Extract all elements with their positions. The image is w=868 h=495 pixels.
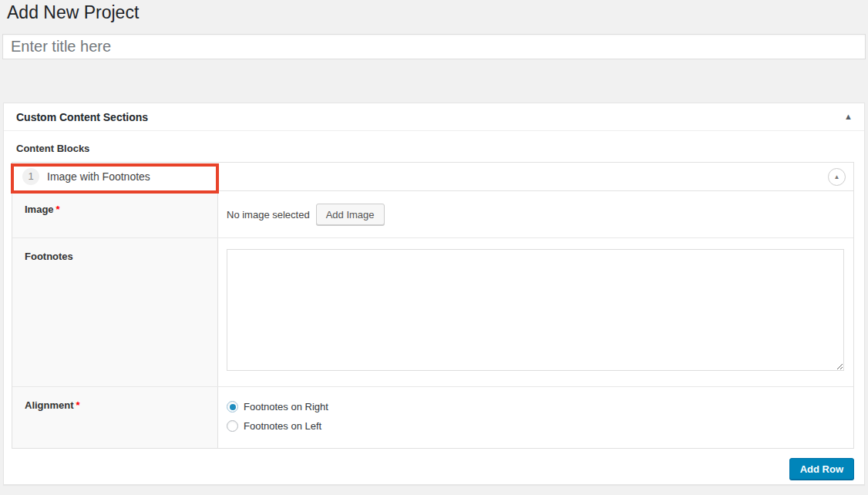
footnotes-textarea[interactable] [227,249,844,371]
image-label-text: Image [25,204,54,215]
radio-option-footnotes-right[interactable]: Footnotes on Right [227,399,844,415]
footnotes-label-text: Footnotes [25,251,73,262]
image-field-label: Image* [12,191,218,237]
title-field-wrapper [2,34,866,59]
content-blocks-field-label: Content Blocks [16,143,854,154]
metabox-header[interactable]: Custom Content Sections ▲ [4,103,864,131]
footnotes-field-content [218,238,853,386]
radio-option-footnotes-left[interactable]: Footnotes on Left [227,418,844,434]
radio-button-icon[interactable] [227,401,238,412]
image-field-content: No image selected Add Image [218,191,853,237]
metabox-footer: Add Row [12,458,854,480]
alignment-field-row: Alignment* Footnotes on Right Footnotes … [12,387,853,448]
footnotes-field-row: Footnotes [12,238,853,387]
layout-row-handle[interactable]: 1 Image with Footnotes ▲ [12,163,853,191]
custom-content-sections-metabox: Custom Content Sections ▲ Content Blocks… [3,103,865,485]
alignment-field-label: Alignment* [12,387,218,448]
add-row-button[interactable]: Add Row [789,458,854,480]
image-field-row: Image* No image selected Add Image [12,191,853,238]
required-asterisk: * [56,204,60,215]
metabox-body: Content Blocks 1 Image with Footnotes ▲ … [4,131,864,484]
flexible-content-table: 1 Image with Footnotes ▲ Image* No image… [12,162,854,449]
required-asterisk: * [76,399,80,411]
radio-option-label[interactable]: Footnotes on Left [244,420,321,432]
add-image-button[interactable]: Add Image [316,204,385,225]
post-title-input[interactable] [2,34,866,59]
metabox-collapse-icon[interactable]: ▲ [843,111,854,123]
alignment-label-text: Alignment [25,399,74,411]
metabox-title: Custom Content Sections [16,111,148,123]
layout-order-badge: 1 [22,168,39,185]
layout-row-title: Image with Footnotes [47,170,150,183]
radio-button-icon[interactable] [227,420,238,432]
alignment-field-content: Footnotes on Right Footnotes on Left [218,387,853,448]
layout-collapse-icon[interactable]: ▲ [828,168,846,186]
image-status-text: No image selected [227,209,310,221]
radio-option-label[interactable]: Footnotes on Right [244,401,328,412]
page-title: Add New Project [0,0,868,24]
footnotes-field-label: Footnotes [12,238,218,386]
